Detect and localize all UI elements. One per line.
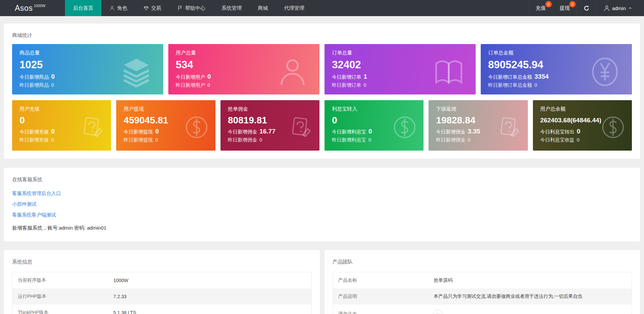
nav-item-6[interactable]: 代理管理 [276,0,312,16]
logo-text: Asos [15,4,33,13]
row-label: 产品名称 [333,272,428,289]
row-value: 404 [428,305,632,314]
yesterday-value: 0 [468,138,470,143]
nav-item-label: 角色 [117,5,127,11]
recharge-button[interactable]: 充值 0 [529,0,552,16]
stat-card: 下级返佣 19828.84 今日新增佣金 3.35 昨日新增佣金 0 [429,100,528,151]
yesterday-value: 0 [207,83,210,88]
withdraw-count-badge: 0 [569,1,576,7]
row-label: 产品说明 [333,288,428,305]
yesterday-label: 昨日新增订单 [332,83,361,88]
docq-icon [289,115,313,141]
yesterday-value: 0 [155,138,158,143]
system-info-table: 当前程序版本1000W运行PHP版本7.2.33ThinkPHP版本5.1.38… [12,272,312,314]
stat-card-title: 用户总余额 [540,106,624,112]
stat-card: 抢单佣金 80819.81 今日新增佣金 16.77 昨日新增佣金 0 [221,100,319,151]
service-link-1[interactable]: 小部件测试 [12,201,632,207]
badge-404-icon[interactable]: 404 [434,310,442,314]
stats-panel-title: 商城统计 [12,32,632,39]
dollar-icon [393,115,417,141]
main-menu: 后台首页角色交易帮助中心系统管理商城代理管理 [65,0,312,16]
today-label: 今日新增订单总金额 [488,75,532,80]
service-account-note: 新增客服系统，账号:admin 密码: admin01 [12,225,632,231]
dollar-icon [601,115,625,141]
user-menu[interactable]: admin [597,0,644,16]
docq-icon [80,115,104,141]
service-panel-title: 在线客服系统 [12,176,632,183]
shop-stats-panel: 商城统计 商品总量 1025 今日新增商品 0 昨日新增商品 0 用户总量 53… [4,24,640,159]
yesterday-value: 0 [51,83,54,88]
row-value: 抢单源码 [428,272,632,289]
today-label: 今日新增充值 [20,129,49,134]
row-value: 5.1.38 LTS [108,305,311,314]
navbar-right: 充值 0 提现 0 admin [529,0,644,16]
nav-item-4[interactable]: 系统管理 [213,0,250,16]
refresh-icon [583,5,590,11]
stat-card: 用户总余额 262403.68(64846.44) 今日利息宝转出 0 今日利息… [533,100,632,151]
stat-card-title: 利息宝转入 [332,106,416,112]
today-value: 0 [51,128,55,134]
product-team-title: 产品团队 [333,259,632,265]
stat-card-title: 订单总量 [332,50,468,56]
today-value: 0 [207,73,211,80]
layers-icon [121,56,152,89]
refresh-button[interactable] [576,0,597,16]
nav-item-label: 系统管理 [222,5,242,11]
yesterday-label: 昨日新增佣金 [436,138,465,143]
system-info-panel: 系统信息 当前程序版本1000W运行PHP版本7.2.33ThinkPHP版本5… [4,250,320,314]
yesterday-value: 0 [369,138,371,143]
stat-card: 订单总金额 8905245.94 今日新增订单总金额 3354 昨日新增订单总金… [481,44,632,94]
today-value: 3.35 [468,128,480,134]
today-label: 今日新增佣金 [228,129,257,134]
stat-card-title: 用户总量 [176,50,312,56]
docq-icon [497,115,521,141]
today-label: 今日新增利息宝 [332,129,366,134]
stat-card-title: 用户充值 [20,106,104,112]
nav-item-label: 交易 [151,5,161,11]
row-value: 1000W [108,272,311,289]
recharge-count-badge: 0 [545,1,552,7]
nav-item-3[interactable]: 帮助中心 [169,0,213,16]
row-value: 本产品只为学习测试交流,请勿要做商业或者用于违法行为,一切后果自负 [428,288,632,305]
withdraw-button[interactable]: 提现 0 [552,0,576,16]
service-links: 客服系统管理后台入口小部件测试客服系统客户端测试 [12,190,632,218]
service-link-2[interactable]: 客服系统客户端测试 [12,212,632,218]
stat-cards-row-2: 用户充值 0 今日新增充值 0 昨日新增充值 0 用户提现 459045.81 … [12,100,632,151]
nav-item-label: 代理管理 [284,5,304,11]
nav-item-0[interactable]: 后台首页 [65,0,101,16]
nav-item-1[interactable]: 角色 [101,0,135,16]
app-logo: Asos 1000W [0,0,65,16]
nav-item-5[interactable]: 商城 [250,0,276,16]
logo-version-badge: 1000W [34,4,45,8]
service-link-0[interactable]: 客服系统管理后台入口 [12,190,632,197]
today-label: 今日新增佣金 [436,129,465,134]
nav-item-label: 商城 [258,5,268,11]
today-value: 0 [155,128,159,134]
stat-card-title: 下级返佣 [436,106,520,112]
stat-card-title: 订单总金额 [488,50,624,56]
row-label: 当前程序版本 [12,272,108,289]
stat-card-title: 抢单佣金 [228,106,312,112]
person-icon [604,5,610,11]
today-label: 今日新增订单 [332,75,361,80]
book-icon [433,56,464,89]
yen-icon [589,56,620,89]
yesterday-label: 昨日新增充值 [20,138,49,143]
user-icon [277,56,308,89]
yesterday-value: 0 [260,138,262,143]
row-label: ThinkPHP版本 [12,305,108,314]
today-value: 1 [364,73,367,80]
nav-item-label: 后台首页 [73,5,93,11]
system-info-title: 系统信息 [12,259,312,265]
today-value: 16.77 [260,128,276,134]
stat-card: 商品总量 1025 今日新增商品 0 昨日新增商品 0 [12,44,163,94]
nav-item-2[interactable]: 交易 [135,0,169,16]
yesterday-label: 昨日新增提现 [124,138,153,143]
flag-icon [177,5,183,11]
yesterday-value: 0 [364,83,366,88]
table-row: 请勿点击404 [333,305,632,314]
yesterday-label: 昨日新增商品 [20,83,49,88]
today-value: 0 [369,128,372,134]
today-label: 今日新增商品 [20,75,49,80]
today-label: 今日新增用户 [176,75,205,80]
